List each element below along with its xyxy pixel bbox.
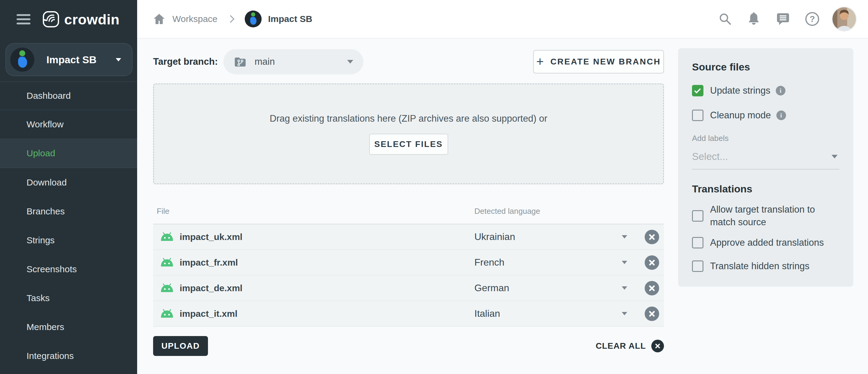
select-files-button[interactable]: SELECT FILES <box>369 134 448 155</box>
chevron-down-icon[interactable] <box>622 312 627 315</box>
topbar-actions: ? <box>703 7 856 31</box>
dropzone[interactable]: Drag existing translations here (ZIP arc… <box>153 83 664 184</box>
file-column-header: File <box>153 207 474 216</box>
approve-added-checkbox[interactable] <box>692 237 704 248</box>
help-glyph: ? <box>805 12 819 26</box>
language-value[interactable]: Italian <box>474 308 500 319</box>
translate-hidden-label: Translate hidden strings <box>710 260 809 273</box>
language-value[interactable]: French <box>474 257 504 268</box>
plus-icon: + <box>536 56 544 68</box>
sidebar-item-strings[interactable]: Strings <box>0 226 137 255</box>
approve-added-label: Approve added translations <box>710 236 824 249</box>
search-icon[interactable] <box>718 12 732 26</box>
sidebar-item-download[interactable]: Download <box>0 168 137 197</box>
translate-hidden-row: Translate hidden strings <box>692 260 839 273</box>
crowdin-logo-icon <box>42 11 59 28</box>
sidebar: crowdin Impact SB Dashboard Workflow Upl… <box>0 0 137 374</box>
sidebar-nav: Dashboard Workflow Upload Download Branc… <box>0 81 137 370</box>
create-branch-button[interactable]: + CREATE NEW BRANCH <box>533 50 664 73</box>
target-branch-label: Target branch: <box>153 56 218 67</box>
check-icon <box>694 87 701 93</box>
table-row: impact_de.xml German <box>153 275 664 301</box>
approve-added-row: Approve added translations <box>692 236 839 249</box>
project-avatar <box>10 47 34 72</box>
chevron-down-icon[interactable] <box>622 235 627 238</box>
sidebar-item-upload[interactable]: Upload <box>0 139 137 168</box>
table-row: impact_it.xml Italian <box>153 301 664 327</box>
project-selector[interactable]: Impact SB <box>5 43 133 76</box>
breadcrumb-project[interactable]: Impact SB <box>268 14 313 24</box>
cleanup-mode-row: Cleanup mode i <box>692 109 839 122</box>
clear-all-icon <box>651 340 664 352</box>
home-icon[interactable] <box>153 13 165 25</box>
branch-select-value: main <box>255 56 275 67</box>
chevron-down-icon[interactable] <box>622 286 627 290</box>
language-column-header: Detected language <box>474 207 664 216</box>
messages-icon[interactable] <box>776 13 789 25</box>
allow-match-label: Allow target translation to match source <box>710 203 839 229</box>
source-files-panel: Source files Update strings i Cleanup mo… <box>678 48 853 287</box>
translate-hidden-checkbox[interactable] <box>692 261 704 272</box>
breadcrumb-chevron-icon <box>227 15 234 23</box>
chevron-down-icon <box>116 58 121 61</box>
translations-title: Translations <box>692 182 839 196</box>
chevron-down-icon <box>347 60 353 64</box>
allow-match-row: Allow target translation to match source <box>692 203 839 229</box>
labels-select[interactable]: Select... <box>692 143 839 170</box>
table-header: File Detected language <box>153 207 664 224</box>
main-content: Target branch: main + CREATE NEW BRANCH … <box>137 38 868 374</box>
info-icon[interactable]: i <box>776 110 786 120</box>
table-row: impact_uk.xml Ukrainian <box>153 224 664 250</box>
language-value[interactable]: Ukrainian <box>474 231 515 242</box>
breadcrumb-workspace[interactable]: Workspace <box>173 14 218 24</box>
add-labels-label: Add labels <box>692 134 839 143</box>
user-avatar[interactable] <box>832 7 856 31</box>
sidebar-item-workflow[interactable]: Workflow <box>0 110 137 139</box>
close-icon <box>648 233 655 241</box>
help-icon[interactable]: ? <box>805 12 819 26</box>
update-strings-checkbox[interactable] <box>692 85 704 96</box>
cleanup-mode-label: Cleanup mode <box>710 109 771 122</box>
cleanup-mode-checkbox[interactable] <box>692 110 704 121</box>
branch-select[interactable]: main <box>223 49 364 74</box>
sidebar-item-screenshots[interactable]: Screenshots <box>0 255 137 284</box>
close-icon <box>648 310 655 317</box>
breadcrumb-project-avatar <box>245 10 261 27</box>
table-row: impact_fr.xml French <box>153 250 664 275</box>
clear-all-button[interactable]: CLEAR ALL <box>595 340 664 352</box>
sidebar-item-branches[interactable]: Branches <box>0 197 137 226</box>
update-strings-row: Update strings i <box>692 84 839 97</box>
language-value[interactable]: German <box>474 282 509 294</box>
crowdin-logo[interactable]: crowdin <box>42 11 120 28</box>
remove-file-button[interactable] <box>645 307 659 321</box>
project-selector-name: Impact SB <box>46 54 96 66</box>
labels-select-placeholder: Select... <box>692 151 728 162</box>
file-name: impact_de.xml <box>180 283 242 293</box>
allow-match-checkbox[interactable] <box>692 210 704 222</box>
remove-file-button[interactable] <box>645 230 659 244</box>
file-name: impact_fr.xml <box>180 258 238 268</box>
sidebar-item-dashboard[interactable]: Dashboard <box>0 81 137 110</box>
notifications-bell-icon[interactable] <box>747 12 760 26</box>
sidebar-item-members[interactable]: Members <box>0 313 137 341</box>
remove-file-button[interactable] <box>645 281 659 296</box>
close-icon <box>648 259 655 266</box>
chevron-down-icon[interactable] <box>622 261 627 264</box>
android-icon <box>160 283 174 293</box>
branch-folder-icon <box>234 56 247 68</box>
info-icon[interactable]: i <box>776 86 785 96</box>
topbar: Workspace Impact SB ? <box>137 0 868 38</box>
hamburger-menu-icon[interactable] <box>17 14 30 24</box>
file-name: impact_uk.xml <box>180 232 242 242</box>
source-files-title: Source files <box>692 60 839 73</box>
update-strings-label: Update strings <box>710 84 770 97</box>
android-icon <box>160 232 174 241</box>
dropzone-text: Drag existing translations here (ZIP arc… <box>270 113 547 124</box>
clear-all-label: CLEAR ALL <box>595 341 646 351</box>
sidebar-item-tasks[interactable]: Tasks <box>0 284 137 313</box>
remove-file-button[interactable] <box>645 256 659 270</box>
create-branch-label: CREATE NEW BRANCH <box>550 57 661 67</box>
branch-row: Target branch: main + CREATE NEW BRANCH <box>153 49 664 74</box>
sidebar-item-integrations[interactable]: Integrations <box>0 341 137 370</box>
upload-button[interactable]: UPLOAD <box>153 336 208 356</box>
